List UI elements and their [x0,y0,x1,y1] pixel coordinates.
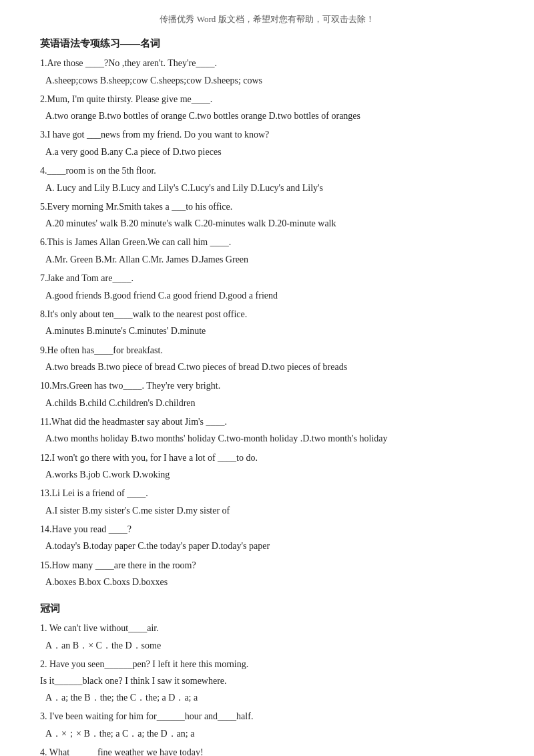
q2: 2.Mum, I'm quite thirsty. Please give me… [40,91,494,125]
q1: 1.Are those ____?No ,they aren't. They'r… [40,55,494,89]
q6: 6.This is James Allan Green.We can call … [40,234,494,268]
q12: 12.I won't go there with you, for I have… [40,450,494,484]
q15: 15.How many ____are there in the room? A… [40,558,494,591]
q9: 9.He often has____for breakfast. A.two b… [40,343,494,376]
s2q3: 3. I've been waiting for him for______ho… [40,709,494,742]
section2: 冠词 1. We can't live without____air. A．an… [40,602,494,756]
s2q4: 4. What______fine weather we have today!… [40,745,494,756]
q3: 3.I have got ___news from my friend. Do … [40,127,494,160]
s2q2: 2. Have you seen______pen? I left it her… [40,656,494,706]
q13: 13.Li Lei is a friend of ____. A.I siste… [40,486,494,519]
q11: 11.What did the headmaster say about Jim… [40,414,494,447]
q5: 5.Every morning Mr.Smith takes a ___to h… [40,199,494,232]
q7: 7.Jake and Tom are____. A.good friends B… [40,270,494,304]
q4: 4.____room is on the 5th floor. A. Lucy … [40,163,494,196]
top-notice: 传播优秀 Word 版文档，希望对您有帮助，可双击去除！ [40,13,494,25]
q8: 8.It's only about ten____walk to the nea… [40,307,494,340]
q10: 10.Mrs.Green has two____. They're very b… [40,378,494,411]
section2-title: 冠词 [40,602,494,615]
q14: 14.Have you read ____? A.today's B.today… [40,522,494,555]
s2q1: 1. We can't live without____air. A．an B．… [40,620,494,654]
section1: 英语语法专项练习——名词 1.Are those ____?No ,they a… [40,37,494,590]
section1-title: 英语语法专项练习——名词 [40,37,494,50]
